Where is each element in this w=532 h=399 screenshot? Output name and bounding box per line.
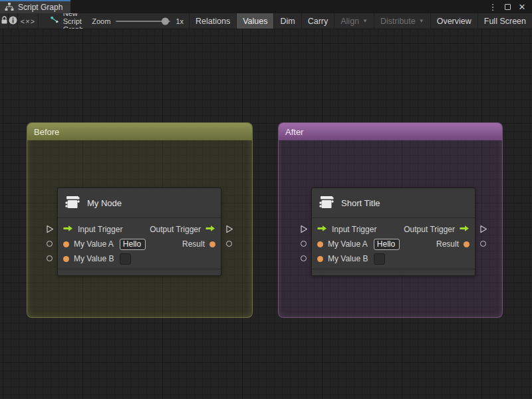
carry-button[interactable]: Carry [301,13,334,29]
node-footer [312,269,475,275]
value-port-icon[interactable] [63,241,69,247]
port-row: My Value B [312,251,475,266]
graph-toolbar: <×> New Script Graph Zoom 1x Relations V… [0,13,532,29]
graph-title-button[interactable]: New Script Graph [50,13,84,29]
node-header[interactable]: Short Title [312,188,475,218]
node-header[interactable]: My Node [58,188,221,218]
dim-button[interactable]: Dim [273,13,301,29]
port-row: Input Trigger Output Trigger [58,222,221,237]
value-port-icon[interactable] [317,241,323,247]
flow-out-icon[interactable] [460,225,469,234]
node-ports: Input Trigger Output Trigger My Value A … [312,218,475,269]
distribute-dropdown[interactable]: Distribute▼ [374,13,430,29]
group-title: Before [34,127,59,137]
code-view-button[interactable]: <×> [18,13,38,29]
node-title: Short Title [341,198,380,208]
values-button[interactable]: Values [236,13,273,29]
tab-title: Script Graph [18,3,63,12]
tab-script-graph[interactable]: Script Graph [0,0,70,13]
port-label: My Value B [328,254,368,263]
lock-button[interactable] [0,13,9,29]
zoom-slider-handle[interactable] [162,17,169,25]
menu-icon[interactable]: ⋮ [487,1,499,13]
port-label: Result [182,239,205,249]
node-short-title[interactable]: Short Title Input Trigger Output Trigger [311,188,475,276]
unity-window: Script Graph ⋮ ✕ <×> New Script Graph [0,0,532,399]
port-label: Input Trigger [78,225,122,234]
value-port-icon[interactable] [317,256,323,262]
port-label: Result [436,239,459,249]
flow-input-port[interactable] [299,225,308,233]
port-row: My Value A Result [312,237,475,251]
flow-output-port[interactable] [479,225,487,233]
value-output-port[interactable] [479,239,487,248]
lock-icon [1,16,8,26]
chevron-down-icon: ▼ [419,19,424,24]
relations-button[interactable]: Relations [189,13,236,29]
node-footer [58,269,221,275]
flow-input-port[interactable] [45,225,54,233]
group-before-header[interactable]: Before [27,123,252,140]
node-ports: Input Trigger Output Trigger My Value A … [58,218,221,269]
info-button[interactable] [9,13,18,29]
flow-out-icon[interactable] [205,225,215,234]
port-label: Output Trigger [404,225,455,234]
zoom-value: 1x [176,17,184,25]
port-label: Output Trigger [150,225,201,234]
port-row: My Value B [58,251,221,266]
value-input-port[interactable] [45,239,54,248]
flow-output-port[interactable] [225,225,233,233]
maximize-icon[interactable] [501,1,513,13]
value-input-port[interactable] [299,239,308,248]
graph-canvas[interactable]: Before After My Node [0,29,532,399]
value-b-input[interactable] [374,253,385,265]
zoom-control: Zoom 1x [92,13,188,29]
close-icon[interactable]: ✕ [516,1,528,13]
window-controls: ⋮ ✕ [487,0,532,13]
toolbar-buttons: Relations Values Dim Carry Align▼ Distri… [189,13,532,29]
value-output-port[interactable] [225,239,233,248]
value-input-port[interactable] [45,254,54,263]
flow-in-icon[interactable] [317,225,327,234]
value-port-icon[interactable] [63,256,69,262]
unit-node-icon [319,194,334,212]
chevron-down-icon: ▼ [362,19,368,24]
graph-hierarchy-icon [5,3,14,13]
align-dropdown[interactable]: Align▼ [334,13,374,29]
fullscreen-button[interactable]: Full Screen [477,13,532,29]
unit-node-icon [65,194,80,212]
zoom-label: Zoom [92,17,110,25]
overview-button[interactable]: Overview [430,13,477,29]
zoom-slider[interactable] [116,13,170,29]
value-port-icon[interactable] [209,241,215,247]
port-label: Input Trigger [332,225,376,234]
value-a-input[interactable] [374,239,400,250]
node-my-node[interactable]: My Node Input Trigger Output Trigger [57,188,221,276]
code-icon: <×> [21,17,35,25]
group-after-header[interactable]: After [279,123,502,140]
graph-name-label: New Script Graph [63,13,84,29]
port-label: My Value A [74,239,114,249]
node-title: My Node [87,198,122,208]
group-title: After [285,127,303,137]
port-row: My Value A Result [58,237,221,251]
port-row: Input Trigger Output Trigger [312,222,475,237]
port-label: My Value B [74,254,114,263]
tab-bar: Script Graph ⋮ ✕ [0,0,532,13]
value-input-port[interactable] [299,254,308,263]
value-a-input[interactable] [120,239,146,250]
value-port-icon[interactable] [464,241,469,247]
port-label: My Value A [328,239,368,249]
value-b-input[interactable] [120,253,131,265]
info-icon [9,16,17,27]
flow-in-icon[interactable] [63,225,73,234]
script-graph-asset-icon [50,16,59,26]
